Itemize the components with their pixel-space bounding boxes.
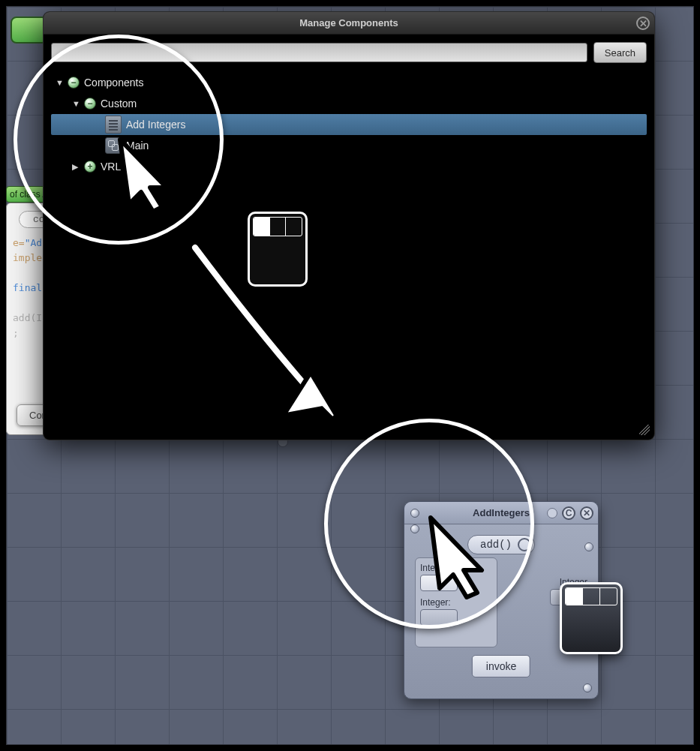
node-port-icon[interactable] xyxy=(410,509,419,518)
tree-label: Custom xyxy=(101,98,137,110)
ring-icon xyxy=(518,538,531,551)
search-button[interactable]: Search xyxy=(593,42,647,63)
caret-down-icon[interactable]: ▼ xyxy=(72,99,80,108)
tree-label: Components xyxy=(84,77,143,89)
node-port-icon[interactable] xyxy=(583,683,592,692)
document-icon xyxy=(105,116,122,134)
node-port-icon[interactable] xyxy=(410,524,419,533)
method-selector[interactable]: add() xyxy=(467,535,535,554)
background-node-tab xyxy=(11,17,48,44)
node-port-icon[interactable] xyxy=(547,508,557,518)
input-label: Integer: xyxy=(420,563,492,573)
input-label: Integer: xyxy=(420,597,492,608)
graph-icon xyxy=(105,137,122,154)
node-close-icon[interactable]: ✕ xyxy=(580,506,593,520)
tree-node-main[interactable]: Main xyxy=(51,135,647,156)
search-input[interactable] xyxy=(51,43,587,62)
drag-preview-thumbnail xyxy=(560,582,623,654)
integer-input-1[interactable] xyxy=(420,575,458,591)
node-copy-icon[interactable]: C xyxy=(562,506,575,520)
caret-down-icon[interactable]: ▼ xyxy=(56,78,63,87)
integer-input-2[interactable] xyxy=(420,609,458,626)
component-tree[interactable]: ▼ Components ▼ Custom Add Integers Main … xyxy=(44,69,654,440)
tree-label: Add Integers xyxy=(126,119,185,131)
caret-right-icon[interactable]: ▶ xyxy=(72,162,80,172)
expand-icon[interactable] xyxy=(84,161,96,173)
node-titlebar[interactable]: AddIntegers C ✕ xyxy=(404,502,598,524)
tree-node-vrl[interactable]: ▶ VRL xyxy=(51,156,647,177)
tree-node-add-integers[interactable]: Add Integers xyxy=(51,114,647,135)
collapse-icon[interactable] xyxy=(84,98,96,110)
invoke-button[interactable]: invoke xyxy=(472,655,530,677)
dialog-title: Manage Components xyxy=(299,17,398,29)
tree-label: Main xyxy=(126,140,149,152)
node-title: AddIntegers xyxy=(473,507,530,518)
collapse-icon[interactable] xyxy=(68,77,80,89)
close-icon[interactable]: ✕ xyxy=(636,17,650,30)
dialog-titlebar[interactable]: Manage Components ✕ xyxy=(44,12,654,35)
manage-components-dialog: Manage Components ✕ Search ▼ Components … xyxy=(44,12,654,440)
resize-grip-icon[interactable] xyxy=(639,425,650,435)
tree-node-custom[interactable]: ▼ Custom xyxy=(51,93,647,114)
tree-node-components[interactable]: ▼ Components xyxy=(51,72,647,93)
tree-label: VRL xyxy=(101,161,121,173)
drag-preview-thumbnail xyxy=(248,212,308,287)
inputs-panel: Integer: Integer: xyxy=(415,557,497,647)
node-port-icon[interactable] xyxy=(584,542,593,551)
method-label: add() xyxy=(480,539,512,551)
